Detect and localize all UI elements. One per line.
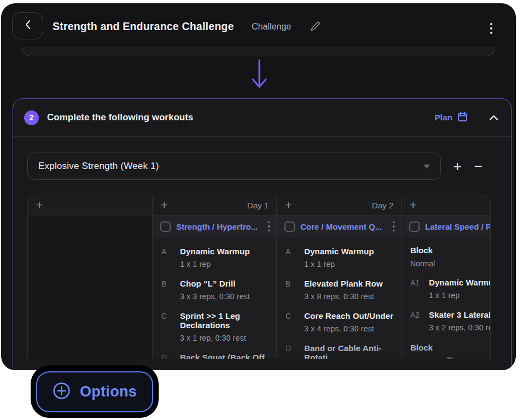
cycle-icon	[446, 357, 455, 359]
exercise-detail: 1 x 1 rep	[429, 291, 491, 300]
exercise-detail: 3 x 4 reps, 0:30 rest	[304, 324, 393, 333]
exercise-name: Back Squat (Back Off Set)	[180, 353, 270, 359]
exercise-row[interactable]: A2 Skater 3 Lateral Ho 3 x 2 reps, 0:30 …	[402, 305, 491, 337]
exercise-row[interactable]: B Elevated Plank Row 3 x 8 reps, 0:30 re…	[277, 273, 401, 306]
exercise-tag: D	[286, 343, 304, 359]
exercise-tag: C	[161, 311, 180, 342]
exercise-detail: 3 x 3 reps, 0:30 rest	[180, 292, 250, 301]
exercise-row[interactable]: A Dynamic Warmup 1 x 1 rep	[277, 241, 401, 273]
exercise-name: Chop “L” Drill	[180, 279, 250, 288]
exercise-list: A Dynamic Warmup 1 x 1 rep B Elevated Pl…	[277, 237, 401, 359]
exercise-name: Core Reach Out/Under	[304, 311, 393, 320]
grid-column-header: +	[402, 195, 491, 215]
step-card: 2 Complete the following workouts Plan	[13, 98, 512, 370]
block-label: Block	[410, 343, 491, 352]
exercise-detail: 1 x 1 rep	[304, 260, 374, 269]
exercise-name: Sprint >> 1 Leg Declarations	[180, 311, 270, 330]
exercise-detail: 3 x 8 reps, 0:30 rest	[304, 292, 383, 301]
workout-card-header: Core / Movement Q...	[277, 215, 401, 237]
workout-card-header: Lateral Speed / Ply	[402, 215, 491, 237]
previous-step-card-edge	[22, 47, 495, 56]
block-type: Normal	[410, 259, 491, 268]
exercise-row[interactable]: A Dynamic Warmup 1 x 1 rep	[153, 241, 276, 273]
step-number-badge: 2	[24, 110, 39, 125]
workout-menu-icon[interactable]	[268, 221, 270, 232]
exercise-name: Dynamic Warmup	[304, 247, 374, 256]
grid-column-day2: + Day 2 Core / Movement Q...	[277, 195, 402, 359]
exercise-list: Block Normal A1 Dynamic Warmup 1 x 1 rep…	[402, 237, 491, 359]
top-bar: Strength and Endurance Challenge Challen…	[1, 3, 516, 51]
add-workout-icon[interactable]: +	[410, 199, 416, 211]
exercise-tag: B	[161, 279, 180, 301]
add-workout-icon[interactable]: +	[36, 199, 43, 211]
grid-column-day1: + Day 1 Strength / Hypertro...	[153, 195, 277, 359]
exercise-name: Dynamic Warmup	[180, 247, 250, 256]
remove-week-button[interactable]: −	[468, 155, 489, 177]
more-menu-icon[interactable]	[490, 23, 492, 34]
workout-card-day2[interactable]: Core / Movement Q... A Dynamic Warmup 1 …	[277, 215, 401, 359]
week-select[interactable]: Explosive Strength (Week 1)	[27, 153, 441, 180]
exercise-detail: 3 x 2 reps, 0:30 re	[429, 323, 491, 332]
options-button-label: Options	[80, 383, 137, 400]
exercise-name: Elevated Plank Row	[304, 279, 383, 288]
workout-card-day3[interactable]: Lateral Speed / Ply Block Normal A1 Dyna…	[402, 215, 491, 359]
exercise-row[interactable]: D Back Squat (Back Off Set) 5 x 5 reps 0…	[153, 347, 276, 359]
block-label: Block	[410, 246, 491, 255]
flow-arrow-down-icon	[250, 58, 269, 95]
grid-column-header: + Day 2	[277, 195, 401, 215]
grid-column-day3: + Lateral Speed / Ply Block Normal	[402, 195, 491, 359]
workout-title[interactable]: Core / Movement Q...	[300, 222, 387, 231]
day-label: Day 2	[372, 201, 393, 210]
exercise-row[interactable]: D Band or Cable Anti-Rotati... 5 x 5 rep…	[277, 338, 401, 359]
week-select-value: Explosive Strength (Week 1)	[38, 161, 159, 172]
workout-title[interactable]: Strength / Hypertro...	[176, 222, 263, 231]
block-header: Block Normal	[402, 240, 491, 272]
exercise-tag: D	[161, 353, 180, 359]
plus-circle-icon	[53, 382, 71, 402]
add-workout-icon[interactable]: +	[285, 199, 292, 211]
add-week-button[interactable]: +	[447, 155, 468, 177]
plan-link[interactable]: Plan	[434, 112, 468, 124]
workout-menu-icon[interactable]	[393, 221, 395, 232]
page-title: Strength and Endurance Challenge	[53, 20, 234, 33]
caret-down-icon	[423, 165, 430, 168]
calendar-icon	[457, 112, 468, 124]
page-type-label: Challenge	[252, 22, 291, 32]
back-button[interactable]	[12, 12, 43, 39]
options-button[interactable]: Options	[36, 371, 153, 412]
workout-grid: + + Day 1 Strength / Hypertro...	[27, 195, 491, 359]
block-type: Superset	[410, 357, 491, 359]
exercise-detail: 3 x 1 rep, 0:30 rest	[180, 334, 270, 342]
exercise-row[interactable]: A1 Dynamic Warmup 1 x 1 rep	[402, 272, 491, 305]
workout-card-header: Strength / Hypertro...	[153, 215, 276, 237]
step-body: Explosive Strength (Week 1) + − +	[13, 137, 511, 359]
workout-checkbox[interactable]	[409, 221, 420, 232]
day-label: Day 1	[247, 201, 269, 210]
exercise-row[interactable]: C Core Reach Out/Under 3 x 4 reps, 0:30 …	[277, 306, 401, 338]
workout-checkbox[interactable]	[160, 221, 171, 232]
app-window: Strength and Endurance Challenge Challen…	[1, 3, 516, 370]
add-workout-icon[interactable]: +	[161, 199, 167, 211]
exercise-row[interactable]: C Sprint >> 1 Leg Declarations 3 x 1 rep…	[153, 306, 276, 347]
workout-checkbox[interactable]	[284, 221, 295, 232]
exercise-tag: A1	[410, 278, 429, 300]
exercise-tag: C	[286, 311, 304, 333]
step-header: 2 Complete the following workouts Plan	[13, 99, 511, 137]
exercise-detail: 1 x 1 rep	[180, 260, 250, 269]
exercise-name: Band or Cable Anti-Rotati...	[304, 343, 394, 359]
exercise-tag: A2	[410, 310, 429, 332]
grid-column-header: + Day 1	[153, 195, 276, 215]
empty-day-cell	[28, 215, 152, 359]
workout-card-day1[interactable]: Strength / Hypertro... A Dynamic Warmup …	[153, 215, 276, 359]
exercise-row[interactable]: B Chop “L” Drill 3 x 3 reps, 0:30 rest	[153, 273, 276, 306]
plan-label: Plan	[434, 113, 452, 122]
step-title: Complete the following workouts	[47, 112, 193, 123]
grid-column-header: +	[28, 195, 152, 215]
exercise-tag: A	[161, 247, 180, 269]
workout-title[interactable]: Lateral Speed / Ply	[425, 222, 491, 231]
pencil-icon[interactable]	[309, 20, 322, 36]
chevron-left-icon	[24, 19, 32, 33]
collapse-section-button[interactable]	[489, 114, 499, 121]
exercise-name: Skater 3 Lateral Ho	[429, 310, 491, 319]
options-button-highlight-ring: Options	[31, 365, 159, 418]
